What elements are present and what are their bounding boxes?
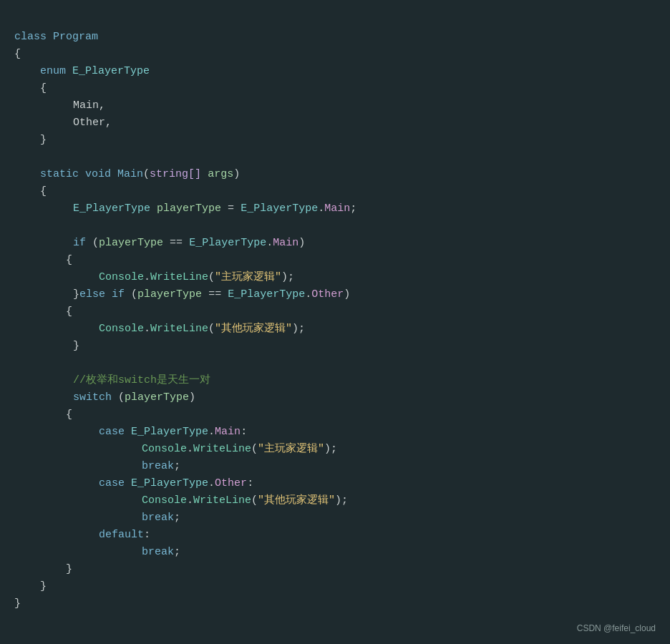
var-playertype-switch: playerType [125,391,189,404]
keyword-break-3: break [142,546,174,558]
var-playertype-if1: playerType [99,237,163,249]
keyword-void: void [85,168,111,180]
type-e-playertype-2: E_PlayerType [241,203,318,215]
comment-switch: //枚举和switch是天生一对 [73,374,210,386]
keyword-break-1: break [142,460,174,472]
type-e-playertype-5: E_PlayerType [131,426,208,438]
var-playertype: playerType [157,203,221,215]
type-name: E_PlayerType [72,65,150,77]
string-main-player-2: "主玩家逻辑" [258,443,324,455]
member-other-2: Other [215,477,247,489]
string-other-player: "其他玩家逻辑" [215,323,292,335]
member-main-2: Main [273,237,298,249]
keyword-if: if [73,237,86,249]
console-writeline-2: Console [99,323,144,335]
var-playertype-if2: playerType [137,288,202,301]
string-other-player-2: "其他玩家逻辑" [258,494,335,507]
keyword-switch: switch [73,391,112,404]
param-args: args [208,168,233,180]
keyword-break-2: break [142,512,174,524]
enum-member-main: Main, [73,99,105,112]
writeline-method-4: WriteLine [193,494,251,507]
writeline-method-3: WriteLine [193,443,251,455]
type-e-playertype-6: E_PlayerType [131,477,208,489]
console-writeline-3: Console [142,443,187,455]
keyword-class: class [14,31,47,43]
type-e-playertype-4: E_PlayerType [228,288,305,301]
console-writeline-4: Console [142,494,187,507]
keyword-case-2: case [99,477,125,489]
enum-member-other: Other, [73,117,112,129]
keyword-if2: if [112,288,125,301]
keyword-else: else [79,288,105,301]
class-name: Program [53,31,98,43]
method-main: Main [117,168,143,180]
keyword-static: static [40,168,79,180]
member-main-3: Main [215,426,241,438]
member-main-1: Main [324,203,350,215]
keyword-default: default [99,529,144,541]
console-writeline-1: Console [99,271,144,283]
writeline-method-2: WriteLine [150,323,208,335]
writeline-method-1: WriteLine [150,271,208,283]
type-string-array: string[] [150,168,201,180]
type-e-playertype-3: E_PlayerType [189,237,266,249]
keyword-enum: enum [40,65,66,77]
keyword-case-1: case [99,426,125,438]
member-other-1: Other [311,288,344,301]
watermark: CSDN @feifei_cloud [577,622,656,635]
string-main-player: "主玩家逻辑" [215,271,281,283]
type-e-playertype-1: E_PlayerType [73,203,150,215]
code-editor: class Program { enum E_PlayerType { Main… [14,11,656,613]
